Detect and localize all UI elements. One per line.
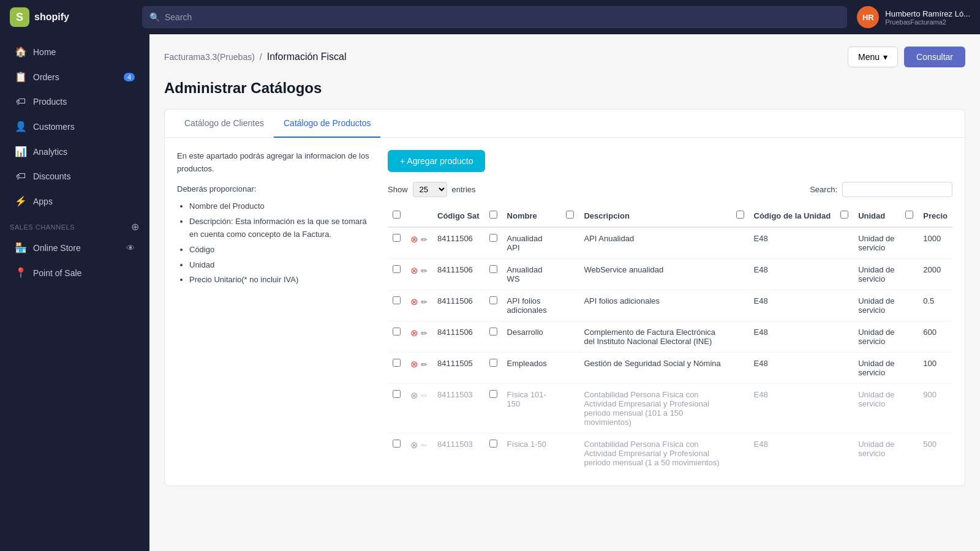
- menu-button[interactable]: Menu ▾: [848, 47, 898, 67]
- delete-icon[interactable]: ⊗: [410, 440, 418, 451]
- edit-icon[interactable]: ✏: [421, 235, 428, 244]
- delete-icon[interactable]: ⊗: [410, 296, 418, 307]
- row-desc-check: [561, 433, 579, 474]
- sidebar-item-products[interactable]: 🏷 Products: [5, 90, 145, 113]
- main-card: Catálogo de Clientes Catálogo de Product…: [164, 109, 965, 486]
- entries-label: entries: [452, 185, 476, 194]
- search-field: Search:: [810, 182, 952, 197]
- row-checkbox[interactable]: [393, 234, 401, 242]
- row-nombre-checkbox[interactable]: [489, 234, 497, 242]
- shopify-icon: S: [10, 7, 29, 27]
- row-checkbox[interactable]: [393, 359, 401, 367]
- add-product-button[interactable]: + Agregar producto: [388, 150, 485, 172]
- row-codigo-unidad: E48: [749, 433, 836, 474]
- row-unidad-check: [835, 290, 853, 321]
- sidebar-item-point-of-sale[interactable]: 📍 Point of Sale: [5, 261, 145, 285]
- row-nombre-checkbox[interactable]: [489, 440, 497, 448]
- row-unidad-check: [835, 227, 853, 259]
- table-row: ⊗ ✏ 84111506 Anualidad API API Anualidad…: [388, 227, 952, 259]
- row-checkbox[interactable]: [393, 440, 401, 448]
- row-desc-check: [561, 353, 579, 384]
- row-desc-check: [561, 384, 579, 433]
- codunit-col-checkbox[interactable]: [736, 211, 744, 219]
- requirement-3: Unidad: [189, 259, 373, 272]
- sidebar-label-apps: Apps: [33, 197, 53, 206]
- row-nombre-checkbox[interactable]: [489, 359, 497, 367]
- edit-icon[interactable]: ✏: [421, 329, 428, 338]
- precio-col-checkbox[interactable]: [905, 211, 913, 219]
- row-precio: 900: [918, 384, 952, 433]
- show-label: Show: [388, 185, 408, 194]
- col-codunit-check: [731, 204, 749, 227]
- row-codigo-unidad: E48: [749, 353, 836, 384]
- col-precio-check: [900, 204, 918, 227]
- row-checkbox[interactable]: [393, 390, 401, 398]
- edit-icon[interactable]: ✏: [421, 360, 428, 369]
- delete-icon[interactable]: ⊗: [410, 359, 418, 370]
- row-nombre-check: [484, 353, 502, 384]
- entries-select[interactable]: 25 50 100: [413, 182, 447, 197]
- sidebar-item-customers[interactable]: 👤 Customers: [5, 114, 145, 138]
- delete-icon[interactable]: ⊗: [410, 390, 418, 401]
- edit-icon[interactable]: ✏: [421, 266, 428, 276]
- sidebar-item-apps[interactable]: ⚡ Apps: [5, 189, 145, 213]
- sidebar-item-discounts[interactable]: 🏷 Discounts: [5, 165, 145, 188]
- edit-icon[interactable]: ✏: [421, 441, 428, 450]
- edit-icon[interactable]: ✏: [421, 391, 428, 400]
- delete-icon[interactable]: ⊗: [410, 234, 418, 245]
- delete-icon[interactable]: ⊗: [410, 265, 418, 276]
- sidebar-item-online-store[interactable]: 🏪 Online Store 👁: [5, 236, 145, 260]
- user-name: Humberto Ramírez Ló...: [885, 9, 970, 18]
- tab-catalogo-clientes[interactable]: Catálogo de Clientes: [175, 110, 274, 138]
- select-all-checkbox[interactable]: [393, 211, 401, 219]
- unidad-col-checkbox[interactable]: [840, 211, 848, 219]
- layout: 🏠 Home 📋 Orders 4 🏷 Products 👤 Customers…: [0, 34, 980, 551]
- row-precio: 1000: [918, 227, 952, 259]
- row-checkbox[interactable]: [393, 296, 401, 304]
- row-codigo-unidad: E48: [749, 290, 836, 321]
- row-codigo-unidad: E48: [749, 384, 836, 433]
- row-descripcion: Contabilidad Persona Física con Activida…: [579, 384, 731, 433]
- row-checkbox-cell: [388, 290, 405, 321]
- desc-col-checkbox[interactable]: [566, 211, 574, 219]
- table-controls: Show 25 50 100 entries Search:: [388, 182, 952, 197]
- nombre-col-checkbox[interactable]: [489, 211, 497, 219]
- row-nombre: Anualidad WS: [502, 259, 562, 290]
- sidebar-item-home[interactable]: 🏠 Home: [5, 40, 145, 64]
- delete-icon[interactable]: ⊗: [410, 328, 418, 339]
- row-precio-check: [900, 321, 918, 353]
- requirement-2: Código: [189, 244, 373, 257]
- sidebar-item-analytics[interactable]: 📊 Analytics: [5, 140, 145, 163]
- row-unidad: Unidad de servicio: [853, 290, 900, 321]
- row-nombre-checkbox[interactable]: [489, 265, 497, 273]
- breadcrumb: Facturama3.3(Pruebas) / Información Fisc…: [164, 51, 347, 62]
- row-nombre-checkbox[interactable]: [489, 328, 497, 335]
- sidebar-item-orders[interactable]: 📋 Orders 4: [5, 65, 145, 89]
- row-actions: ⊗ ✏: [405, 353, 432, 384]
- edit-icon[interactable]: ✏: [421, 298, 428, 307]
- row-precio-check: [900, 259, 918, 290]
- requirement-0: Nombre del Producto: [189, 200, 373, 213]
- row-descripcion: WebService anualidad: [579, 259, 731, 290]
- breadcrumb-parent[interactable]: Facturama3.3(Pruebas): [164, 52, 255, 62]
- consultar-button[interactable]: Consultar: [904, 47, 965, 67]
- requirement-1: Descripción: Esta información es la que …: [189, 216, 373, 241]
- row-descripcion: Gestión de Seguridad Social y Nómina: [579, 353, 731, 384]
- table-search-input[interactable]: [842, 182, 952, 197]
- tab-catalogo-productos[interactable]: Catálogo de Productos: [274, 110, 380, 138]
- visibility-icon: 👁: [126, 243, 135, 253]
- row-checkbox[interactable]: [393, 328, 401, 335]
- add-channel-icon[interactable]: ⊕: [131, 221, 140, 233]
- search-input[interactable]: [165, 12, 840, 22]
- row-nombre-checkbox[interactable]: [489, 390, 497, 398]
- row-checkbox-cell: [388, 259, 405, 290]
- orders-badge: 4: [124, 73, 135, 81]
- col-codigo-sat: Código Sat: [432, 204, 484, 227]
- sidebar-label-orders: Orders: [33, 72, 59, 82]
- row-descripcion: Contabilidad Persona Física con Activida…: [579, 433, 731, 474]
- row-nombre-checkbox[interactable]: [489, 296, 497, 304]
- right-panel: + Agregar producto Show 25 50 100 entrie…: [388, 150, 952, 473]
- sidebar-label-online-store: Online Store: [33, 243, 81, 253]
- search-bar[interactable]: 🔍: [142, 6, 847, 28]
- row-checkbox[interactable]: [393, 265, 401, 273]
